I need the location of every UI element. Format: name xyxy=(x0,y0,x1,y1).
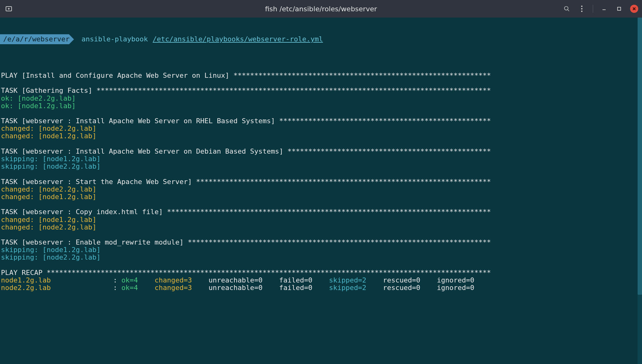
recap-row: node2.2g.lab : ok=4 changed=3 unreachabl… xyxy=(0,284,642,292)
task-header: TASK [webserver : Start the Apache Web S… xyxy=(0,178,642,186)
maximize-button[interactable] xyxy=(615,5,623,13)
task-result: skipping: [node2.2g.lab] xyxy=(0,163,642,170)
svg-line-4 xyxy=(568,10,569,11)
new-tab-icon[interactable] xyxy=(4,4,14,14)
task-header: TASK [Gathering Facts] *****************… xyxy=(0,87,642,94)
task-header: TASK [webserver : Copy index.html file] … xyxy=(0,208,642,216)
svg-point-5 xyxy=(581,6,582,7)
output-line xyxy=(0,140,642,148)
close-button[interactable] xyxy=(630,5,638,13)
titlebar: fish /etc/ansible/roles/webserver xyxy=(0,0,642,18)
task-result: changed: [node1.2g.lab] xyxy=(0,132,642,140)
task-result: ok: [node2.2g.lab] xyxy=(0,95,642,102)
scrollbar[interactable] xyxy=(638,18,642,364)
play-recap-header: PLAY RECAP *****************************… xyxy=(0,269,642,277)
recap-row: node1.2g.lab : ok=4 changed=3 unreachabl… xyxy=(0,277,642,284)
minimize-button[interactable] xyxy=(600,5,608,13)
output-line xyxy=(0,261,642,269)
task-result: skipping: [node1.2g.lab] xyxy=(0,155,642,163)
task-result: changed: [node1.2g.lab] xyxy=(0,193,642,201)
search-icon[interactable] xyxy=(563,5,571,13)
scrollbar-thumb[interactable] xyxy=(638,18,642,295)
output-line xyxy=(0,170,642,178)
command-binary: ansible-playbook xyxy=(82,35,148,43)
divider xyxy=(593,5,593,13)
task-header: TASK [webserver : Install Apache Web Ser… xyxy=(0,117,642,125)
task-result: skipping: [node1.2g.lab] xyxy=(0,246,642,254)
svg-point-7 xyxy=(581,11,582,12)
play-header: PLAY [Install and Configure Apache Web S… xyxy=(0,72,642,79)
task-header: TASK [webserver : Enable mod_rewrite mod… xyxy=(0,239,642,246)
output-line xyxy=(0,110,642,117)
task-result: skipping: [node2.2g.lab] xyxy=(0,254,642,261)
task-result: changed: [node2.2g.lab] xyxy=(0,224,642,231)
task-result: ok: [node1.2g.lab] xyxy=(0,102,642,110)
terminal-output[interactable]: /e/a/r/webserver ansible-playbook /etc/a… xyxy=(0,18,642,299)
window-title: fish /etc/ansible/roles/webserver xyxy=(265,5,377,13)
prompt-cwd: /e/a/r/webserver xyxy=(0,34,74,44)
menu-icon[interactable] xyxy=(578,5,586,13)
task-result: changed: [node2.2g.lab] xyxy=(0,125,642,132)
svg-point-3 xyxy=(565,7,568,10)
output-line xyxy=(0,79,642,87)
svg-rect-9 xyxy=(618,7,621,10)
command-argument: /etc/ansible/playbooks/webserver-role.ym… xyxy=(153,35,323,43)
task-result: changed: [node2.2g.lab] xyxy=(0,186,642,193)
prompt-line: /e/a/r/webserver ansible-playbook /etc/a… xyxy=(0,34,642,45)
window-controls xyxy=(563,5,638,13)
svg-point-6 xyxy=(581,8,582,9)
task-result: changed: [node1.2g.lab] xyxy=(0,216,642,224)
output-line xyxy=(0,201,642,208)
task-header: TASK [webserver : Install Apache Web Ser… xyxy=(0,148,642,155)
output-line xyxy=(0,231,642,239)
output-line xyxy=(0,64,642,72)
